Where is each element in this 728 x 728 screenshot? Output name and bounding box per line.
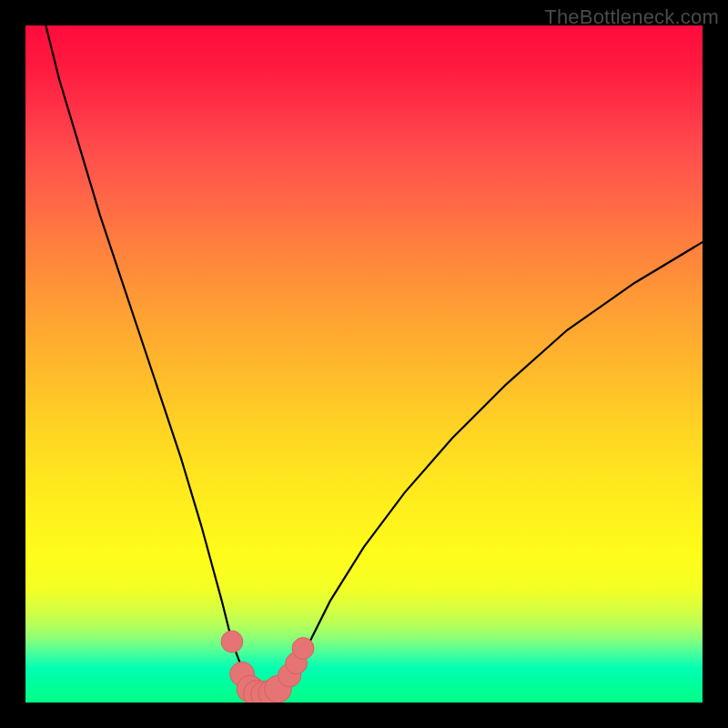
- data-marker: [221, 631, 243, 652]
- plot-area: [25, 25, 703, 703]
- watermark-text: TheBottleneck.com: [544, 5, 719, 29]
- curve-layer: [25, 25, 703, 703]
- data-marker: [292, 638, 314, 660]
- chart-frame: TheBottleneck.com: [0, 0, 728, 728]
- bottleneck-curve: [46, 25, 703, 694]
- marker-group: [221, 631, 314, 703]
